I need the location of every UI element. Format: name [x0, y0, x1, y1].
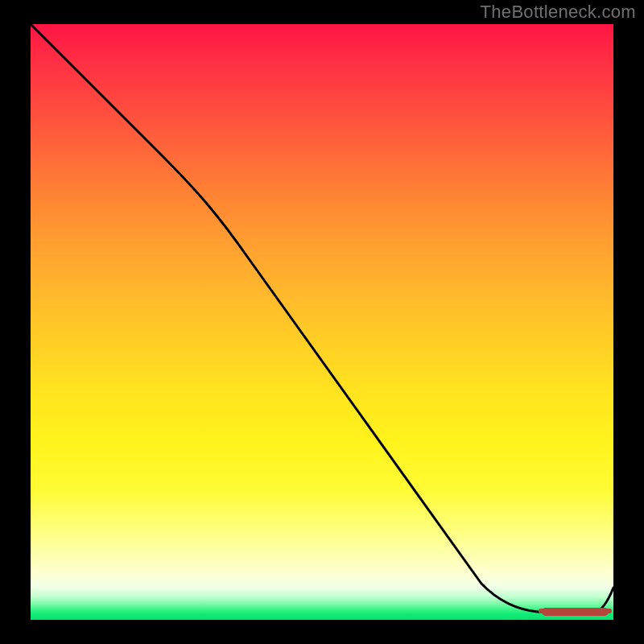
attribution-watermark: TheBottleneck.com [481, 2, 636, 23]
plot-area [31, 24, 613, 620]
bottleneck-curve [31, 24, 613, 620]
chart-frame: TheBottleneck.com [0, 0, 644, 644]
bottleneck-curve-path [31, 24, 613, 612]
optimal-range-marker [542, 608, 609, 616]
